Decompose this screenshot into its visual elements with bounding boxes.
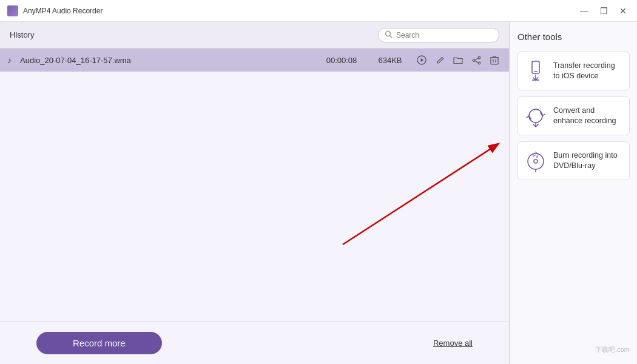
svg-marker-3 bbox=[421, 58, 424, 62]
main-layout: History ♪ Audio_20-07-04_16-17-57.wma 00… bbox=[0, 22, 637, 364]
music-icon: ♪ bbox=[7, 55, 12, 65]
window-controls: — ❐ ✕ bbox=[575, 0, 632, 21]
minimize-button[interactable]: — bbox=[575, 2, 593, 19]
svg-point-4 bbox=[478, 56, 480, 59]
bottom-bar: Record more Remove all bbox=[0, 322, 509, 364]
svg-line-1 bbox=[390, 35, 392, 37]
svg-point-5 bbox=[473, 59, 475, 61]
recording-filename: Audio_20-07-04_16-17-57.wma bbox=[20, 56, 311, 65]
ios-transfer-icon bbox=[524, 59, 547, 83]
svg-point-21 bbox=[534, 160, 538, 163]
svg-line-8 bbox=[474, 61, 477, 62]
maximize-button[interactable]: ❐ bbox=[595, 2, 613, 19]
remove-all-button[interactable]: Remove all bbox=[433, 339, 473, 348]
tool-card-burn[interactable]: Burn recording intoDVD/Blu-ray bbox=[517, 141, 630, 180]
recording-actions bbox=[414, 53, 502, 67]
titlebar: AnyMP4 Audio Recorder — ❐ ✕ bbox=[0, 0, 637, 22]
left-panel: History ♪ Audio_20-07-04_16-17-57.wma 00… bbox=[0, 22, 510, 364]
share-button[interactable] bbox=[469, 53, 484, 67]
search-input[interactable] bbox=[396, 31, 490, 39]
edit-button[interactable] bbox=[433, 53, 447, 67]
convert-icon bbox=[524, 104, 547, 127]
svg-point-20 bbox=[528, 153, 544, 169]
burn-icon bbox=[524, 149, 547, 172]
tool-card-convert[interactable]: Convert andenhance recording bbox=[517, 96, 630, 135]
ios-transfer-label: Transfer recordingto iOS device bbox=[553, 61, 615, 82]
right-panel: Other tools Transfer recordingto iOS dev… bbox=[510, 22, 637, 364]
close-button[interactable]: ✕ bbox=[614, 2, 632, 19]
recording-duration: 00:00:08 bbox=[317, 56, 366, 65]
search-box[interactable] bbox=[378, 28, 499, 42]
app-icon bbox=[7, 5, 18, 16]
search-icon bbox=[385, 30, 393, 40]
delete-button[interactable] bbox=[487, 53, 502, 67]
app-title: AnyMP4 Audio Recorder bbox=[23, 7, 103, 15]
history-title: History bbox=[10, 30, 34, 39]
svg-rect-9 bbox=[491, 58, 498, 64]
folder-button[interactable] bbox=[451, 53, 465, 67]
content-area bbox=[0, 72, 509, 322]
watermark: 下载吧.com bbox=[595, 345, 630, 354]
burn-label: Burn recording intoDVD/Blu-ray bbox=[553, 150, 618, 172]
svg-line-7 bbox=[474, 58, 477, 60]
recording-size: 634KB bbox=[372, 56, 408, 65]
tool-card-ios-transfer[interactable]: Transfer recordingto iOS device bbox=[517, 52, 630, 90]
svg-line-14 bbox=[343, 144, 497, 244]
record-more-button[interactable]: Record more bbox=[36, 332, 162, 354]
other-tools-title: Other tools bbox=[517, 32, 630, 42]
arrow-overlay bbox=[0, 72, 509, 322]
svg-point-6 bbox=[478, 62, 480, 64]
history-header: History bbox=[0, 22, 509, 49]
convert-label: Convert andenhance recording bbox=[553, 106, 616, 127]
play-button[interactable] bbox=[414, 53, 429, 67]
recording-row: ♪ Audio_20-07-04_16-17-57.wma 00:00:08 6… bbox=[0, 49, 509, 72]
